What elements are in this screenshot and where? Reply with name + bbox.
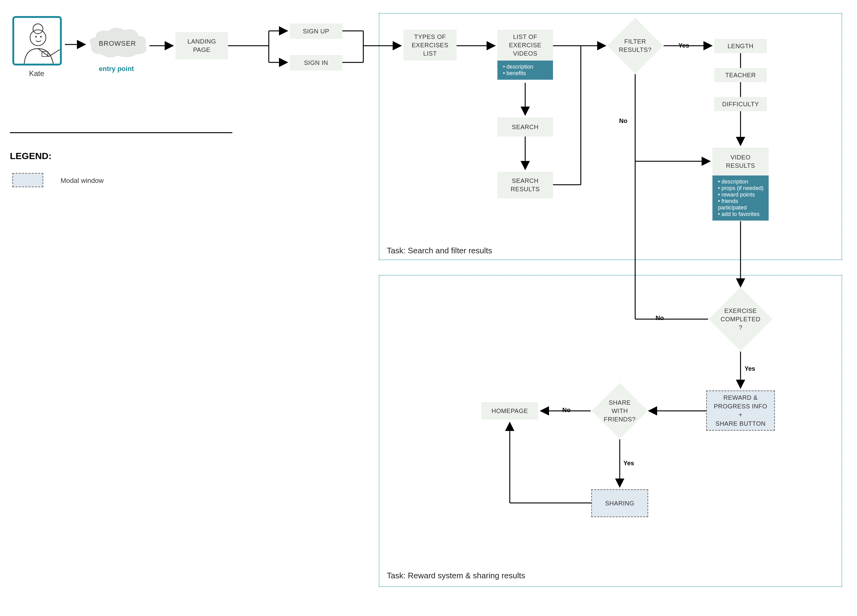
exercise-decision-label: EXERCISE COMPLETED ? — [709, 297, 772, 342]
svg-point-2 — [35, 36, 37, 37]
search-label: SEARCH — [512, 123, 538, 131]
sharing-modal: SHARING — [591, 489, 648, 517]
divider — [10, 132, 232, 133]
label-no: No — [656, 314, 664, 322]
search-node: SEARCH — [497, 118, 553, 136]
browser-node: BROWSER — [87, 26, 148, 60]
svg-point-1 — [30, 29, 46, 45]
landing-label: LANDING PAGE — [187, 37, 216, 54]
reward-modal: REWARD & PROGRESS INFO + SHARE BUTTON — [706, 390, 775, 431]
detail-item: description — [718, 178, 764, 185]
label-yes: Yes — [678, 42, 689, 49]
video-results-details: description props (if needed) reward poi… — [712, 175, 769, 221]
video-results-label: VIDEO RESULTS — [726, 153, 755, 170]
difficulty-label: DIFFICULTY — [722, 100, 759, 108]
length-node: LENGTH — [714, 39, 767, 53]
legend-modal-label: Modal window — [60, 177, 104, 185]
detail-item: benefits — [503, 70, 549, 77]
length-label: LENGTH — [727, 42, 753, 50]
label-yes: Yes — [623, 460, 634, 467]
label-yes: Yes — [744, 365, 755, 372]
video-results-node: VIDEO RESULTS — [712, 148, 769, 175]
persona-name: Kate — [29, 69, 44, 78]
detail-item: add to favorites — [718, 211, 764, 217]
label-no: No — [619, 118, 628, 124]
reward-modal-label: REWARD & PROGRESS INFO + SHARE BUTTON — [714, 393, 767, 428]
detail-item: friends participated — [718, 198, 764, 211]
difficulty-node: DIFFICULTY — [714, 97, 767, 111]
label-no: No — [562, 407, 571, 414]
svg-point-3 — [40, 36, 42, 37]
task-search-label: Task: Search and filter results — [387, 246, 492, 255]
persona-avatar — [12, 16, 62, 65]
share-decision-label: SHARE WITH FRIENDS? — [592, 391, 648, 431]
legend-title: LEGEND: — [10, 151, 52, 161]
list-videos-node: LIST OF EXERCISE VIDEOS — [497, 29, 553, 60]
signup-node: SIGN UP — [290, 23, 342, 39]
detail-item: description — [503, 63, 549, 70]
signin-label: SIGN IN — [304, 59, 328, 67]
teacher-node: TEACHER — [714, 68, 767, 82]
entry-point-label: entry point — [99, 65, 134, 73]
sharing-label: SHARING — [605, 499, 634, 508]
homepage-node: HOMEPAGE — [481, 402, 538, 419]
filter-decision-label: FILTER RESULTS? — [607, 26, 663, 65]
detail-item: props (if needed) — [718, 185, 764, 192]
task-frame-reward — [379, 275, 842, 587]
signin-node: SIGN IN — [290, 55, 342, 70]
signup-label: SIGN UP — [303, 27, 329, 36]
detail-item: reward points — [718, 192, 764, 198]
homepage-label: HOMEPAGE — [492, 407, 528, 415]
search-results-label: SEARCH RESULTS — [510, 177, 540, 193]
landing-page-node: LANDING PAGE — [175, 32, 228, 59]
legend-modal-swatch — [12, 173, 43, 187]
task-reward-label: Task: Reward system & sharing results — [387, 571, 525, 580]
list-videos-label: LIST OF EXERCISE VIDEOS — [509, 33, 541, 58]
search-results-node: SEARCH RESULTS — [497, 172, 553, 198]
svg-point-0 — [33, 24, 43, 34]
list-videos-details: description benefits — [497, 60, 553, 80]
browser-label: BROWSER — [99, 40, 136, 48]
teacher-label: TEACHER — [725, 71, 756, 79]
types-label: TYPES OF EXERCISES LIST — [412, 33, 449, 58]
types-node: TYPES OF EXERCISES LIST — [404, 29, 456, 60]
